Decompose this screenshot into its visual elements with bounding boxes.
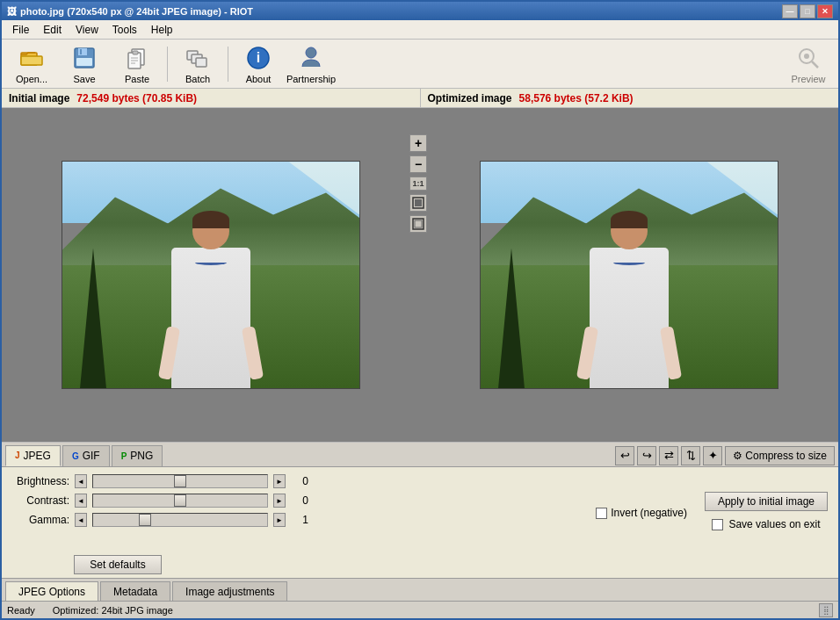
save-icon: [70, 44, 98, 72]
about-button[interactable]: i About: [232, 41, 285, 87]
svg-point-17: [306, 47, 316, 58]
compress-icon: ⚙: [733, 450, 742, 462]
batch-label: Batch: [185, 74, 210, 84]
gamma-label: Gamma:: [12, 514, 69, 526]
optimized-image-size: 58,576 bytes (57.2 KiB): [519, 92, 634, 105]
zoom-fit-image-button[interactable]: [409, 215, 427, 233]
app-icon: 🖼: [7, 6, 17, 17]
save-button[interactable]: Save: [58, 41, 111, 87]
bottom-tabs: JPEG Options Metadata Image adjustments: [2, 578, 838, 601]
gamma-increase-button[interactable]: ►: [273, 513, 286, 527]
minimize-button[interactable]: —: [782, 4, 798, 18]
paste-button[interactable]: Paste: [111, 41, 163, 87]
batch-icon: [184, 44, 212, 72]
png-tab-icon: P: [121, 451, 127, 461]
contrast-increase-button[interactable]: ►: [273, 494, 286, 508]
middle-controls: Invert (negative): [596, 474, 687, 548]
svg-line-19: [812, 61, 818, 68]
png-tab-label: PNG: [130, 450, 153, 462]
undo-button[interactable]: ↩: [615, 446, 634, 465]
titlebar-left: 🖼 photo.jpg (720x540 px @ 24bit JPEG ima…: [7, 6, 253, 17]
set-defaults-row: Set defaults: [2, 555, 838, 578]
svg-rect-4: [80, 49, 82, 54]
status-text: Ready: [7, 605, 35, 616]
menu-tools[interactable]: Tools: [105, 22, 144, 38]
menu-file[interactable]: File: [5, 22, 36, 38]
save-values-checkbox[interactable]: [712, 519, 723, 530]
open-label: Open...: [16, 74, 47, 84]
svg-rect-5: [76, 58, 92, 66]
zoom-controls: + − 1:1: [409, 127, 428, 233]
contrast-label: Contrast:: [12, 494, 69, 507]
batch-button[interactable]: Batch: [171, 41, 224, 87]
tab-gif[interactable]: G GIF: [62, 445, 110, 466]
preview-button[interactable]: Preview: [782, 41, 835, 87]
compress-to-size-button[interactable]: ⚙ Compress to size: [725, 446, 835, 465]
menu-view[interactable]: View: [69, 22, 105, 38]
brightness-increase-button[interactable]: ►: [273, 474, 286, 488]
gamma-slider[interactable]: [92, 513, 268, 527]
apply-to-initial-button[interactable]: Apply to initial image: [705, 492, 828, 511]
open-button[interactable]: Open...: [5, 41, 58, 87]
gif-tab-label: GIF: [83, 450, 100, 462]
menu-help[interactable]: Help: [144, 22, 180, 38]
contrast-value: 0: [291, 494, 308, 507]
about-icon: i: [244, 44, 272, 72]
contrast-slider[interactable]: [92, 494, 268, 508]
tab-metadata[interactable]: Metadata: [100, 581, 170, 601]
settings-button[interactable]: ✦: [703, 446, 722, 465]
brightness-label: Brightness:: [12, 475, 69, 487]
initial-image-area[interactable]: [2, 108, 420, 442]
redo-button[interactable]: ↪: [637, 446, 656, 465]
svg-text:i: i: [257, 50, 260, 65]
tab-image-adjustments[interactable]: Image adjustments: [172, 581, 287, 601]
toolbar: Open... Save: [2, 40, 838, 90]
svg-rect-8: [133, 51, 138, 54]
toolbar-separator-2: [228, 47, 228, 82]
gamma-decrease-button[interactable]: ◄: [75, 513, 87, 527]
tab-jpeg[interactable]: J JPEG: [5, 445, 61, 466]
partnership-button[interactable]: Partnership: [285, 41, 337, 87]
slider-controls: Brightness: ◄ ► 0 Contrast: ◄ ► 0: [12, 474, 578, 548]
svg-rect-14: [196, 58, 206, 67]
compress-label: Compress to size: [745, 450, 827, 462]
format-tabs-bar: J JPEG G GIF P PNG ↩ ↪ ⇄ ⇅ ✦ ⚙ Compress …: [2, 443, 838, 467]
statusbar: Ready Optimized: 24bit JPG image ⣿: [2, 601, 838, 618]
invert-checkbox[interactable]: [596, 508, 607, 519]
jpeg-tab-icon: J: [15, 451, 20, 460]
brightness-decrease-button[interactable]: ◄: [75, 474, 87, 488]
jpeg-tab-label: JPEG: [24, 450, 51, 462]
gamma-row: Gamma: ◄ ► 1: [12, 513, 578, 527]
toolbar-separator: [167, 47, 168, 82]
tab-jpeg-options[interactable]: JPEG Options: [5, 581, 98, 601]
zoom-in-button[interactable]: +: [409, 134, 427, 152]
initial-image-label: Initial image: [9, 92, 69, 105]
brightness-slider[interactable]: [92, 474, 268, 488]
initial-image-header: Initial image 72,549 bytes (70.85 KiB): [2, 89, 421, 107]
flip-horizontal-button[interactable]: ⇄: [659, 446, 678, 465]
statusbar-grip: ⣿: [819, 603, 833, 617]
paste-icon: [123, 44, 151, 72]
save-values-row: Save values on exit: [712, 518, 820, 530]
optimized-image-area[interactable]: [420, 108, 838, 442]
tab-png[interactable]: P PNG: [112, 445, 163, 466]
initial-image-size: 72,549 bytes (70.85 KiB): [76, 92, 197, 105]
menu-edit[interactable]: Edit: [36, 22, 69, 38]
flip-vertical-button[interactable]: ⇅: [681, 446, 700, 465]
close-button[interactable]: ✕: [817, 4, 833, 18]
svg-rect-24: [415, 220, 422, 227]
set-defaults-button[interactable]: Set defaults: [74, 555, 162, 574]
grip-icon: ⣿: [823, 606, 829, 615]
contrast-row: Contrast: ◄ ► 0: [12, 494, 578, 508]
svg-rect-1: [21, 56, 42, 65]
save-values-label: Save values on exit: [728, 518, 820, 530]
zoom-out-button[interactable]: −: [409, 155, 427, 173]
preview-label: Preview: [791, 74, 825, 84]
maximize-button[interactable]: □: [800, 4, 815, 18]
zoom-fit-window-button[interactable]: [409, 194, 427, 212]
zoom-actual-size-button[interactable]: 1:1: [409, 177, 427, 191]
paste-label: Paste: [125, 74, 149, 84]
window-title: photo.jpg (720x540 px @ 24bit JPEG image…: [20, 6, 253, 17]
contrast-decrease-button[interactable]: ◄: [75, 494, 87, 508]
about-label: About: [246, 74, 272, 84]
